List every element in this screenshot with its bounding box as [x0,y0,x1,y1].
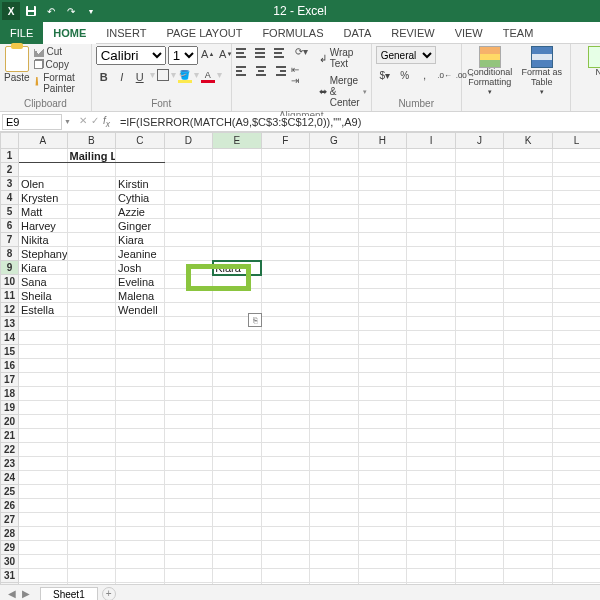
cell[interactable] [310,331,359,345]
row-header-12[interactable]: 12 [1,303,19,317]
tab-review[interactable]: REVIEW [381,22,444,44]
cell[interactable] [455,219,504,233]
cell[interactable]: Malena [116,289,165,303]
cell[interactable] [67,289,116,303]
column-header-D[interactable]: D [164,133,213,149]
cell[interactable] [67,499,116,513]
cell[interactable] [455,499,504,513]
cell[interactable] [358,415,407,429]
cell[interactable] [358,177,407,191]
cell[interactable] [213,191,262,205]
cell[interactable] [213,289,262,303]
cell[interactable] [504,457,553,471]
cell[interactable]: Ginger [116,219,165,233]
cell[interactable] [261,485,310,499]
cell[interactable] [504,415,553,429]
cell[interactable] [407,499,456,513]
cell[interactable] [552,233,600,247]
column-header-B[interactable]: B [67,133,116,149]
cell[interactable] [504,317,553,331]
cell[interactable] [310,275,359,289]
row-header-15[interactable]: 15 [1,345,19,359]
cell[interactable] [213,247,262,261]
cell[interactable] [116,415,165,429]
cell[interactable] [19,345,68,359]
row-header-9[interactable]: 9 [1,261,19,275]
cell[interactable] [261,359,310,373]
cell[interactable] [261,219,310,233]
currency-button[interactable]: $▾ [376,67,394,83]
cell[interactable] [407,443,456,457]
cell[interactable] [552,261,600,275]
cell[interactable] [310,443,359,457]
cell[interactable] [310,471,359,485]
cell[interactable] [19,149,68,163]
cell[interactable] [116,457,165,471]
cell[interactable] [310,429,359,443]
column-header-E[interactable]: E [213,133,262,149]
cell[interactable] [504,429,553,443]
cell[interactable] [358,261,407,275]
row-header-18[interactable]: 18 [1,387,19,401]
cell[interactable] [116,555,165,569]
font-name-select[interactable]: Calibri [96,46,166,65]
cell[interactable] [213,373,262,387]
cell[interactable] [116,513,165,527]
cell[interactable] [164,387,213,401]
cell[interactable] [407,345,456,359]
cell[interactable] [67,261,116,275]
cell[interactable] [19,569,68,583]
cell[interactable] [310,205,359,219]
cell[interactable] [164,275,213,289]
cell[interactable] [552,387,600,401]
tab-formulas[interactable]: FORMULAS [252,22,333,44]
cell[interactable] [358,387,407,401]
cell[interactable] [261,527,310,541]
cell[interactable] [116,163,165,177]
cell[interactable] [552,541,600,555]
cell[interactable] [455,387,504,401]
cell[interactable] [164,527,213,541]
cell[interactable] [407,583,456,585]
cell[interactable] [261,569,310,583]
active-cell[interactable]: Kiara [213,261,262,275]
cell[interactable] [213,569,262,583]
cell[interactable] [116,429,165,443]
cell[interactable] [455,443,504,457]
cell[interactable] [455,233,504,247]
row-header-25[interactable]: 25 [1,485,19,499]
cell[interactable] [358,275,407,289]
cell[interactable] [407,177,456,191]
cell[interactable] [19,373,68,387]
cell[interactable] [67,205,116,219]
cell[interactable] [358,163,407,177]
cell[interactable] [164,205,213,219]
cell[interactable] [164,373,213,387]
cell[interactable] [552,177,600,191]
cell[interactable] [407,513,456,527]
cell[interactable] [67,275,116,289]
border-button[interactable] [157,69,169,81]
cell[interactable] [455,527,504,541]
cell[interactable] [213,359,262,373]
row-header-2[interactable]: 2 [1,163,19,177]
cell[interactable] [358,485,407,499]
cell[interactable] [504,163,553,177]
row-header-8[interactable]: 8 [1,247,19,261]
cell[interactable]: Josh [116,261,165,275]
align-center-button[interactable] [253,64,268,78]
increase-decimal-button[interactable]: .0← [436,67,454,83]
percent-button[interactable]: % [396,67,414,83]
cell[interactable] [552,317,600,331]
cell[interactable] [261,387,310,401]
cell[interactable] [407,219,456,233]
cancel-formula-icon[interactable]: ✕ [79,115,87,129]
cell[interactable]: Estella [19,303,68,317]
cell[interactable] [504,303,553,317]
cell[interactable] [358,373,407,387]
cell[interactable] [455,191,504,205]
cell[interactable] [213,457,262,471]
cell[interactable] [407,429,456,443]
cell[interactable] [552,569,600,583]
cell[interactable] [504,583,553,585]
